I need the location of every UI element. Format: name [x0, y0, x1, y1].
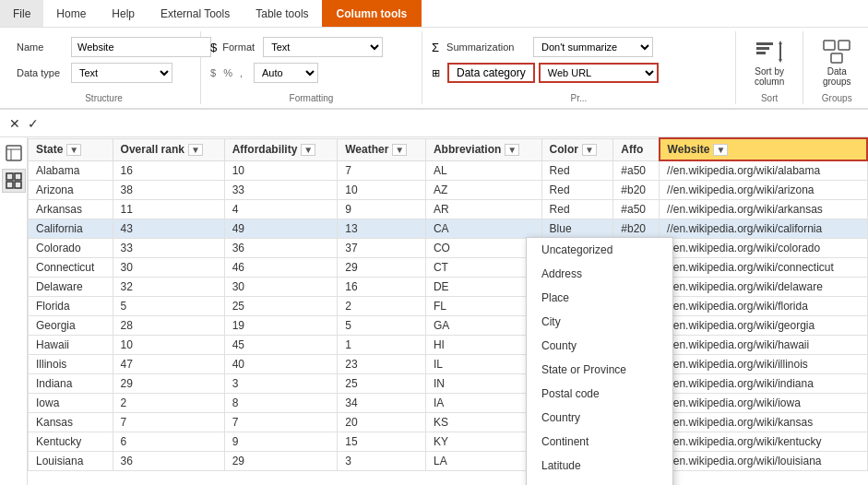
afford-filter[interactable]: ▼ [301, 144, 315, 156]
table-cell: 7 [113, 413, 224, 432]
menu-external-tools[interactable]: External Tools [148, 0, 243, 27]
table-cell: 45 [224, 336, 338, 355]
table-cell: //en.wikipedia.org/wiki/iowa [660, 394, 867, 413]
svg-rect-1 [756, 47, 769, 50]
table-cell: Illinois [29, 355, 113, 374]
svg-rect-18 [6, 182, 13, 188]
data-table: State ▼ Overall rank ▼ A [28, 137, 868, 471]
dropdown-item-uncategorized[interactable]: Uncategorized [527, 238, 672, 262]
summarization-select[interactable]: Don't summarize [533, 37, 653, 57]
table-cell: Louisiana [29, 452, 113, 471]
table-cell: 37 [338, 239, 426, 258]
datatype-select[interactable]: Text [71, 63, 172, 83]
table-cell: 9 [338, 200, 426, 219]
table-cell: 19 [224, 316, 338, 336]
data-groups-label: Data groups [822, 66, 851, 87]
dropdown-item-longitude[interactable]: Longitude [527, 478, 672, 485]
dropdown-item-country[interactable]: Country [527, 406, 672, 430]
table-cell: GA [425, 316, 541, 336]
table-cell: #b20 [613, 181, 660, 200]
format-select[interactable]: Text [263, 37, 383, 57]
data-groups-icon [822, 39, 851, 65]
data-category-label: Data category [457, 66, 526, 79]
table-cell: 40 [224, 355, 338, 374]
table-cell: HI [425, 336, 541, 355]
table-cell: //en.wikipedia.org/wiki/kansas [660, 413, 867, 432]
table-cell: 3 [224, 374, 338, 394]
svg-rect-6 [824, 41, 835, 50]
grid-small-icon: ⊞ [432, 67, 440, 79]
table-cell: 7 [224, 413, 338, 432]
table-cell: CO [425, 239, 541, 258]
table-cell: 5 [113, 297, 224, 316]
menu-column-tools[interactable]: Column tools [322, 0, 422, 27]
dropdown-item-state-or-province[interactable]: State or Province [527, 358, 672, 382]
sort-icon [755, 39, 784, 65]
svg-rect-8 [831, 53, 842, 63]
currency-icon: $ [210, 67, 216, 78]
table-cell: 25 [224, 297, 338, 316]
table-cell: 16 [338, 278, 426, 297]
table-cell: CT [425, 258, 541, 278]
svg-rect-13 [6, 146, 21, 160]
sidebar-grid-icon[interactable] [2, 169, 26, 193]
name-input[interactable] [71, 37, 211, 57]
data-category-button[interactable]: Data category [447, 63, 535, 83]
table-cell: Blue [541, 219, 613, 239]
dropdown-item-continent[interactable]: Continent [527, 430, 672, 454]
name-label: Name [17, 41, 67, 53]
overall-filter[interactable]: ▼ [188, 144, 203, 156]
table-cell: //en.wikipedia.org/wiki/delaware [660, 278, 867, 297]
table-cell: DE [425, 278, 541, 297]
confirm-icon[interactable]: ✓ [26, 114, 41, 133]
table-cell: Arizona [29, 181, 113, 200]
weather-filter[interactable]: ▼ [392, 144, 407, 156]
table-cell: AZ [425, 181, 541, 200]
table-cell: //en.wikipedia.org/wiki/arizona [660, 181, 867, 200]
auto-select[interactable]: Auto [254, 63, 318, 83]
dropdown-item-county[interactable]: County [527, 334, 672, 358]
svg-marker-3 [779, 41, 782, 44]
sort-by-column-button[interactable]: Sort by column [745, 35, 793, 90]
table-cell: //en.wikipedia.org/wiki/arkansas [660, 200, 867, 219]
table-cell: 32 [113, 278, 224, 297]
dropdown-item-place[interactable]: Place [527, 286, 672, 310]
menu-bar: File Home Help External Tools Table tool… [0, 0, 868, 28]
table-cell: Alabama [29, 160, 113, 181]
color-filter[interactable]: ▼ [582, 144, 597, 156]
cancel-icon[interactable]: ✕ [7, 114, 22, 133]
table-cell: 15 [338, 432, 426, 452]
table-cell: 30 [113, 258, 224, 278]
table-cell: AL [425, 160, 541, 181]
svg-rect-2 [756, 52, 766, 54]
abbrev-filter[interactable]: ▼ [505, 144, 519, 156]
dropdown-item-city[interactable]: City [527, 310, 672, 334]
table-row: Georgia28195GAGray#ffc0//en.wikipedia.or… [29, 316, 868, 336]
table-cell: 4 [224, 200, 338, 219]
state-filter[interactable]: ▼ [66, 144, 81, 156]
table-cell: Red [541, 181, 613, 200]
col-header-website: Website ▼ [660, 138, 867, 160]
formatting-label: Formatting [201, 92, 422, 104]
dropdown-item-address[interactable]: Address [527, 262, 672, 286]
table-row: Indiana29325INOrange#a50//en.wikipedia.o… [29, 374, 868, 394]
menu-file[interactable]: File [0, 0, 43, 27]
format-icon: $ [210, 41, 217, 54]
percent-icon: % [223, 67, 232, 78]
dropdown-item-postal-code[interactable]: Postal code [527, 382, 672, 406]
menu-home[interactable]: Home [43, 0, 99, 27]
svg-rect-7 [838, 41, 850, 50]
sidebar-table-icon[interactable] [2, 141, 26, 165]
data-category-select[interactable]: Web URL [539, 63, 659, 83]
table-cell: //en.wikipedia.org/wiki/alabama [660, 160, 867, 181]
menu-table-tools[interactable]: Table tools [243, 0, 321, 27]
data-groups-button[interactable]: Data groups [813, 35, 861, 90]
col-header-overall: Overall rank ▼ [113, 138, 224, 160]
format-label: Format [222, 41, 259, 53]
table-cell: FL [425, 297, 541, 316]
website-filter[interactable]: ▼ [713, 144, 728, 156]
menu-help[interactable]: Help [99, 0, 148, 27]
table-cell: Delaware [29, 278, 113, 297]
dropdown-item-latitude[interactable]: Latitude [527, 454, 672, 478]
table-cell: 47 [113, 355, 224, 374]
